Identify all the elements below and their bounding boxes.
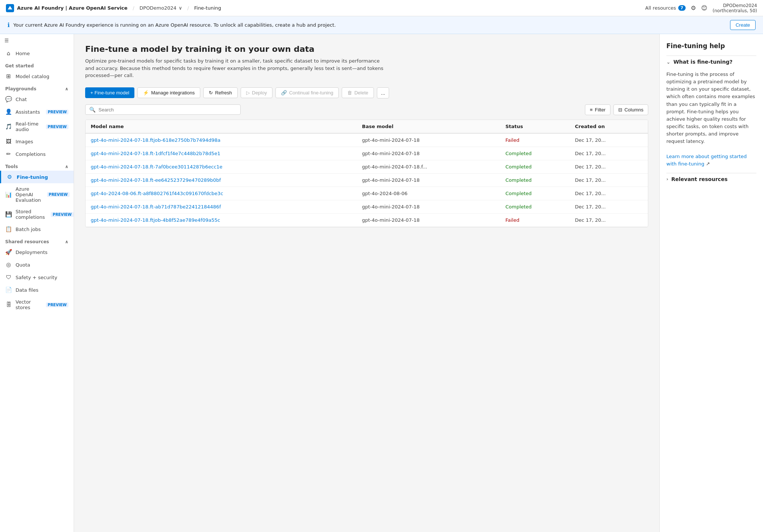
help-section-what-is: What is fine-tuning? Fine-tuning is the … xyxy=(666,56,756,168)
breadcrumb-workspace[interactable]: DPODemo2024 xyxy=(140,5,177,11)
cell-created-on: Dec 17, 20... xyxy=(570,160,648,173)
table-row: gpt-4o-mini-2024-07-18.ft-1dfcf1f4e7c448… xyxy=(86,147,648,160)
cell-model-name[interactable]: gpt-4o-mini-2024-07-18.ft-ab71d787be2241… xyxy=(86,200,357,213)
sidebar-collapse-button[interactable]: ☰ xyxy=(0,34,74,47)
sidebar: ☰ ⌂ Home Get started ⊞ Model catalog Pla… xyxy=(0,34,74,532)
topbar-user: DPODemo2024 (northcentralus, 50) xyxy=(713,3,757,13)
help-section-what-is-header[interactable]: What is fine-tuning? xyxy=(666,56,756,68)
sidebar-item-completions[interactable]: ✏ Completions xyxy=(0,148,74,160)
table-row: gpt-4o-mini-2024-07-18.ft-ee642523729e47… xyxy=(86,173,648,187)
all-resources-button[interactable]: All resources 7 xyxy=(645,5,686,11)
continual-icon: 🔗 xyxy=(281,90,287,96)
sidebar-item-stored-completions[interactable]: 💾 Stored completions PREVIEW xyxy=(0,206,74,223)
deploy-button[interactable]: ▷ Deploy xyxy=(241,87,272,98)
model-name-link[interactable]: gpt-4o-mini-2024-07-18.ft-ab71d787be2241… xyxy=(91,204,221,210)
sidebar-item-data-files[interactable]: 📄 Data files xyxy=(0,284,74,296)
sidebar-realtime-label: Real-time audio xyxy=(16,121,40,132)
cell-model-name[interactable]: gpt-4o-mini-2024-07-18.ftjob-618e2750b7b… xyxy=(86,133,357,147)
page-description: Optimize pre-trained models for specific… xyxy=(85,57,389,79)
help-section-relevant: Relevant resources xyxy=(666,173,756,185)
delete-icon: 🗑 xyxy=(347,90,352,96)
sidebar-tools-section[interactable]: Tools ∧ xyxy=(0,160,74,171)
stored-completions-icon: 💾 xyxy=(5,211,12,218)
playgrounds-collapse-icon: ∧ xyxy=(65,86,68,91)
columns-button[interactable]: ⊟ Columns xyxy=(613,104,648,115)
refresh-icon: ↻ xyxy=(209,90,213,96)
fine-tuning-table: Model name Base model Status Created on … xyxy=(85,120,648,227)
cell-model-name[interactable]: gpt-4o-2024-08-06.ft-a8f8802761f443c0916… xyxy=(86,187,357,200)
sidebar-item-vector-stores[interactable]: 🗄 Vector stores PREVIEW xyxy=(0,296,74,313)
settings-icon[interactable]: ⚙ xyxy=(691,4,696,11)
info-banner: ℹ Your current Azure AI Foundry experien… xyxy=(0,16,763,34)
search-input[interactable] xyxy=(98,107,237,113)
sidebar-item-fine-tuning[interactable]: ⚙ Fine-tuning xyxy=(0,171,74,183)
model-name-link[interactable]: gpt-4o-2024-08-06.ft-a8f8802761f443c0916… xyxy=(91,191,223,196)
model-name-link[interactable]: gpt-4o-mini-2024-07-18.ft-1dfcf1f4e7c448… xyxy=(91,151,220,156)
topbar-breadcrumb[interactable]: DPODemo2024 ∨ xyxy=(140,5,182,11)
sidebar-shared-resources-section[interactable]: Shared resources ∧ xyxy=(0,235,74,246)
info-banner-text: Your current Azure AI Foundry experience… xyxy=(13,22,336,28)
sidebar-item-images[interactable]: 🖼 Images xyxy=(0,135,74,148)
sidebar-item-chat[interactable]: 💬 Chat xyxy=(0,93,74,106)
cell-model-name[interactable]: gpt-4o-mini-2024-07-18.ft-7af0bcee301142… xyxy=(86,160,357,173)
realtime-audio-icon: 🎵 xyxy=(5,123,12,130)
model-name-link[interactable]: gpt-4o-mini-2024-07-18.ft-ee642523729e47… xyxy=(91,177,221,183)
sidebar-playgrounds-section[interactable]: Playgrounds ∧ xyxy=(0,83,74,93)
sidebar-item-model-catalog[interactable]: ⊞ Model catalog xyxy=(0,70,74,83)
sidebar-toggle-icon: ☰ xyxy=(4,38,9,43)
continual-fine-tuning-button[interactable]: 🔗 Continual fine-tuning xyxy=(275,87,339,98)
account-icon[interactable]: 😊 xyxy=(701,4,707,11)
topbar-sep2: / xyxy=(187,5,189,11)
topbar-right: All resources 7 ⚙ 😊 DPODemo2024 (northce… xyxy=(645,3,757,13)
cell-model-name[interactable]: gpt-4o-mini-2024-07-18.ft-1dfcf1f4e7c448… xyxy=(86,147,357,160)
sidebar-assistants-label: Assistants xyxy=(16,109,40,115)
toolbar: + Fine-tune model ⚡ Manage integrations … xyxy=(85,87,648,98)
sidebar-fine-tuning-label: Fine-tuning xyxy=(17,174,48,180)
sidebar-item-deployments[interactable]: 🚀 Deployments xyxy=(0,246,74,258)
cell-base-model: gpt-4o-mini-2024-07-18 xyxy=(357,133,500,147)
breadcrumb-current-page: Fine-tuning xyxy=(194,5,221,11)
sidebar-item-assistants[interactable]: 👤 Assistants PREVIEW xyxy=(0,106,74,118)
chat-icon: 💬 xyxy=(5,96,12,103)
sidebar-item-quota[interactable]: ◎ Quota xyxy=(0,258,74,271)
model-name-link[interactable]: gpt-4o-mini-2024-07-18.ft-7af0bcee301142… xyxy=(91,164,222,170)
create-button[interactable]: Create xyxy=(730,20,756,30)
model-name-link[interactable]: gpt-4o-mini-2024-07-18.ftjob-618e2750b7b… xyxy=(91,137,220,143)
cell-model-name[interactable]: gpt-4o-mini-2024-07-18.ft-ee642523729e47… xyxy=(86,173,357,187)
delete-button[interactable]: 🗑 Delete xyxy=(342,87,374,98)
help-section2-chevron xyxy=(666,176,668,182)
sidebar-item-home[interactable]: ⌂ Home xyxy=(0,47,74,60)
help-section-relevant-header[interactable]: Relevant resources xyxy=(666,173,756,185)
more-button[interactable]: ... xyxy=(377,87,389,98)
cell-status: Failed xyxy=(500,213,570,227)
table-row: gpt-4o-mini-2024-07-18.ft-ab71d787be2241… xyxy=(86,200,648,213)
cell-created-on: Dec 17, 20... xyxy=(570,200,648,213)
cell-base-model: gpt-4o-2024-08-06 xyxy=(357,187,500,200)
deployments-icon: 🚀 xyxy=(5,249,12,255)
cell-created-on: Dec 17, 20... xyxy=(570,147,648,160)
table-header-row: Model name Base model Status Created on xyxy=(86,120,648,133)
cell-status: Completed xyxy=(500,200,570,213)
cell-status: Completed xyxy=(500,160,570,173)
model-name-link[interactable]: gpt-4o-mini-2024-07-18.ftjob-4b8f52ae789… xyxy=(91,217,220,223)
batch-jobs-icon: 📋 xyxy=(5,226,12,232)
table-row: gpt-4o-mini-2024-07-18.ftjob-4b8f52ae789… xyxy=(86,213,648,227)
sidebar-item-azure-openai-eval[interactable]: 📊 Azure OpenAI Evaluation PREVIEW xyxy=(0,183,74,206)
cell-created-on: Dec 17, 20... xyxy=(570,187,648,200)
resources-badge: 7 xyxy=(678,5,686,11)
sidebar-item-realtime-audio[interactable]: 🎵 Real-time audio PREVIEW xyxy=(0,118,74,135)
manage-integrations-button[interactable]: ⚡ Manage integrations xyxy=(137,87,200,98)
fine-tune-model-button[interactable]: + Fine-tune model xyxy=(85,87,134,98)
filter-button[interactable]: ≡ Filter xyxy=(585,104,610,115)
refresh-button[interactable]: ↻ Refresh xyxy=(203,87,238,98)
sidebar-item-batch-jobs[interactable]: 📋 Batch jobs xyxy=(0,223,74,235)
azure-logo-icon xyxy=(6,4,14,12)
col-base-model: Base model xyxy=(357,120,500,133)
home-icon: ⌂ xyxy=(5,50,12,57)
table-row: gpt-4o-mini-2024-07-18.ftjob-618e2750b7b… xyxy=(86,133,648,147)
cell-model-name[interactable]: gpt-4o-mini-2024-07-18.ftjob-4b8f52ae789… xyxy=(86,213,357,227)
help-section1-body: Fine-tuning is the process of optimizing… xyxy=(666,71,756,168)
sidebar-item-safety-security[interactable]: 🛡 Safety + security xyxy=(0,271,74,284)
fine-tuning-icon: ⚙ xyxy=(6,174,13,180)
search-box[interactable]: 🔍 xyxy=(85,104,241,115)
